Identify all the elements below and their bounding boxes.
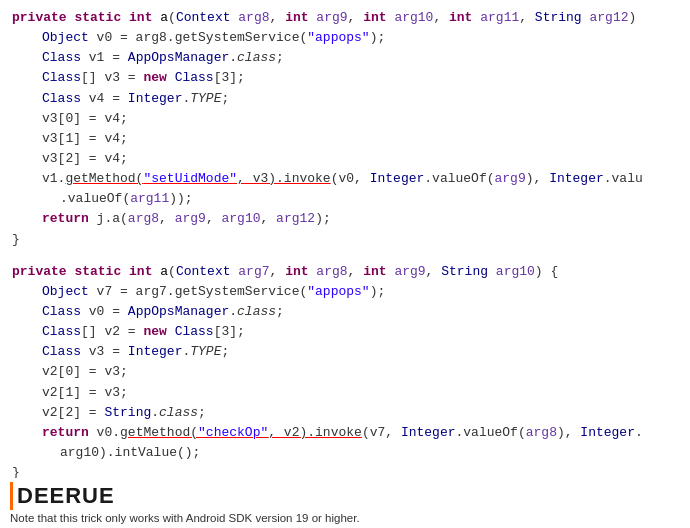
line-b2l7: v2[1] = v3;: [12, 383, 678, 403]
line-b1l7: v3[1] = v4;: [12, 129, 678, 149]
line-b1l6: v3[0] = v4;: [12, 109, 678, 129]
line-b2l4: Class[] v2 = new Class[3];: [12, 322, 678, 342]
line-b2l5: Class v3 = Integer.TYPE;: [12, 342, 678, 362]
line-b1l12: }: [12, 230, 678, 250]
line-b2l9: return v0.getMethod("checkOp", v2).invok…: [12, 423, 678, 443]
logo-bar: [10, 482, 13, 510]
line-b2l10: arg10).intValue();: [12, 443, 678, 463]
line-b2l2: Object v7 = arg7.getSystemService("appop…: [12, 282, 678, 302]
line-b2l3: Class v0 = AppOpsManager.class;: [12, 302, 678, 322]
line-b1l4: Class[] v3 = new Class[3];: [12, 68, 678, 88]
line-b2l1: private static int a(Context arg7, int a…: [12, 262, 678, 282]
logo-text: DEERUE: [17, 483, 115, 509]
line-b1l9: v1.getMethod("setUidMode", v3).invoke(v0…: [12, 169, 678, 189]
line-b1l8: v3[2] = v4;: [12, 149, 678, 169]
code-area: private static int a(Context arg8, int a…: [0, 0, 690, 528]
note-text: Note that this trick only works with And…: [10, 512, 680, 524]
line-b1l1: private static int a(Context arg8, int a…: [12, 8, 678, 28]
logo-container: DEERUE: [10, 482, 680, 510]
line-b2l6: v2[0] = v3;: [12, 362, 678, 382]
line-b1l5: Class v4 = Integer.TYPE;: [12, 89, 678, 109]
line-b1l2: Object v0 = arg8.getSystemService("appop…: [12, 28, 678, 48]
footer: DEERUE Note that this trick only works w…: [0, 478, 690, 528]
line-b1l3: Class v1 = AppOpsManager.class;: [12, 48, 678, 68]
line-b2l8: v2[2] = String.class;: [12, 403, 678, 423]
line-b1l10: .valueOf(arg11));: [12, 189, 678, 209]
line-b1l11: return j.a(arg8, arg9, arg10, arg12);: [12, 209, 678, 229]
